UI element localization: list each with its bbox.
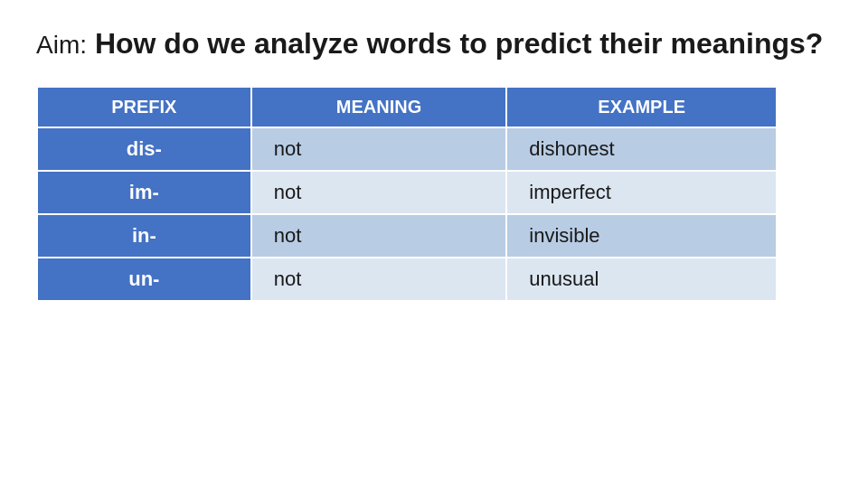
table-row: in-notinvisible xyxy=(37,214,777,258)
cell-prefix: im- xyxy=(37,171,251,214)
col-example: EXAMPLE xyxy=(506,87,777,127)
heading-block: Aim: How do we analyze words to predict … xyxy=(36,27,832,61)
heading-bold-text: How do we analyze words to predict their… xyxy=(87,27,823,60)
table-row: im-notimperfect xyxy=(37,171,777,214)
cell-example: imperfect xyxy=(506,171,777,214)
col-prefix: PREFIX xyxy=(37,87,251,127)
cell-prefix: dis- xyxy=(37,127,251,171)
cell-prefix: un- xyxy=(37,258,251,301)
cell-meaning: not xyxy=(251,214,507,258)
aim-label: Aim: xyxy=(36,31,87,59)
cell-meaning: not xyxy=(251,258,507,301)
cell-meaning: not xyxy=(251,127,507,171)
table-body: dis-notdishonestim-notimperfectin-notinv… xyxy=(37,127,777,301)
cell-example: dishonest xyxy=(506,127,777,171)
header-row: PREFIX MEANING EXAMPLE xyxy=(37,87,777,127)
table-row: un-notunusual xyxy=(37,258,777,301)
col-meaning: MEANING xyxy=(251,87,507,127)
cell-example: unusual xyxy=(506,258,777,301)
prefix-table: PREFIX MEANING EXAMPLE dis-notdishonesti… xyxy=(36,86,778,302)
cell-prefix: in- xyxy=(37,214,251,258)
table-header: PREFIX MEANING EXAMPLE xyxy=(37,87,777,127)
table-row: dis-notdishonest xyxy=(37,127,777,171)
cell-meaning: not xyxy=(251,171,507,214)
cell-example: invisible xyxy=(506,214,777,258)
